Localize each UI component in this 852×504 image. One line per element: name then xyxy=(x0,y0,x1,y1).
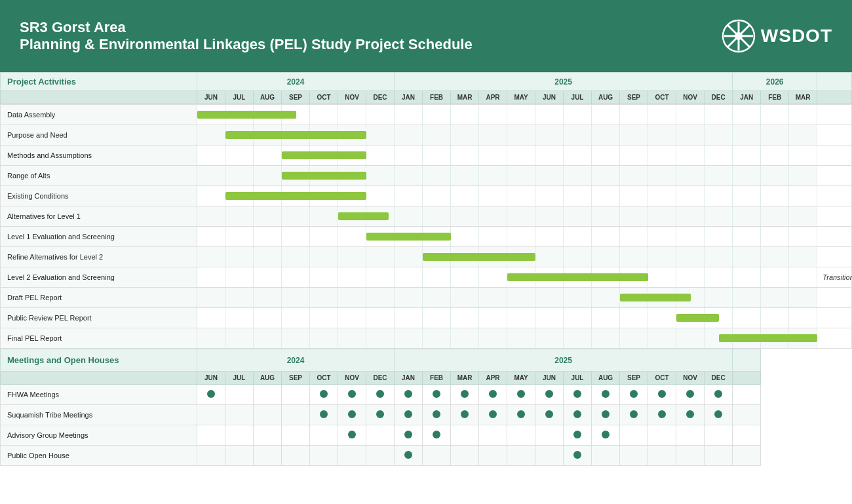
activity-row: Refine Alternatives for Level 2 xyxy=(1,247,852,267)
month-header: JUL xyxy=(564,91,592,104)
activity-label: Level 1 Evaluation and Screening xyxy=(1,227,197,247)
gantt-bar-cell xyxy=(197,206,817,227)
meeting-cell xyxy=(451,446,479,466)
meeting-dot xyxy=(320,410,328,418)
gantt-bar xyxy=(719,334,818,342)
extra-cell xyxy=(817,206,852,227)
gantt-bar xyxy=(338,212,389,220)
month-header: NOV xyxy=(338,91,366,104)
meeting-label: FHWA Meetings xyxy=(1,385,197,405)
gantt-bar xyxy=(225,192,366,200)
svg-point-5 xyxy=(735,32,743,40)
meeting-dot xyxy=(545,390,553,398)
extra-cell xyxy=(817,145,852,166)
meeting-cell xyxy=(592,385,620,405)
meeting-cell xyxy=(423,425,451,446)
meeting-cell xyxy=(535,385,564,405)
meeting-cell xyxy=(676,446,705,466)
gantt-bar xyxy=(282,172,366,180)
meeting-cell xyxy=(423,405,451,425)
meeting-cell xyxy=(282,405,310,425)
meeting-row: Public Open House xyxy=(1,446,852,466)
meeting-dot xyxy=(433,390,440,398)
month-header: JAN xyxy=(733,91,761,104)
meeting-cell xyxy=(705,405,733,425)
meeting-dot xyxy=(517,410,525,418)
meetings-section-header: Meetings and Open Houses xyxy=(1,349,197,372)
meeting-cell xyxy=(479,425,507,446)
meeting-cell xyxy=(282,385,310,405)
meeting-cell xyxy=(592,405,620,425)
meeting-dot xyxy=(376,410,384,418)
month-header: FEB xyxy=(761,91,789,104)
meeting-cell xyxy=(564,446,592,466)
meeting-cell xyxy=(395,385,423,405)
gantt-bar-cell xyxy=(197,267,817,288)
meetings-month-header: NOV xyxy=(338,372,366,385)
meeting-cell xyxy=(338,405,366,425)
meeting-cell xyxy=(282,425,310,446)
extra-cell xyxy=(817,105,852,125)
meeting-extra-cell xyxy=(733,385,761,405)
month-header: JUN xyxy=(535,91,564,104)
extra-cell xyxy=(817,308,852,328)
month-header: DEC xyxy=(705,91,733,104)
meeting-dot xyxy=(461,390,469,398)
meeting-dot xyxy=(602,410,610,418)
meeting-cell xyxy=(338,385,366,405)
title-line1: SR3 Gorst Area xyxy=(20,19,473,36)
meeting-dot xyxy=(348,410,356,418)
activity-row: Draft PEL Report xyxy=(1,288,852,308)
meeting-dot xyxy=(489,410,497,418)
meetings-month-header: JUL xyxy=(564,372,592,385)
year-2025-header: 2025 xyxy=(395,73,733,91)
month-header: MAR xyxy=(789,91,817,104)
meeting-cell xyxy=(197,446,225,466)
month-header: JUL xyxy=(225,91,254,104)
meeting-cell xyxy=(423,385,451,405)
meeting-row: FHWA Meetings xyxy=(1,385,852,405)
activity-label: Final PEL Report xyxy=(1,328,197,349)
activity-label: Refine Alternatives for Level 2 xyxy=(1,247,197,267)
meeting-cell xyxy=(535,446,564,466)
meeting-cell xyxy=(507,425,535,446)
meeting-dot xyxy=(404,451,412,459)
meeting-cell xyxy=(395,425,423,446)
activity-label: Data Assembly xyxy=(1,105,197,125)
title-line2: Planning & Environmental Linkages (PEL) … xyxy=(20,36,473,53)
month-header: APR xyxy=(479,91,507,104)
meeting-cell xyxy=(310,425,338,446)
meeting-cell xyxy=(366,446,395,466)
activity-row: Level 2 Evaluation and ScreeningTransiti… xyxy=(1,267,852,288)
activity-label: Range of Alts xyxy=(1,166,197,186)
meeting-dot xyxy=(573,390,581,398)
meeting-dot xyxy=(404,410,412,418)
gantt-bar-cell xyxy=(197,328,817,349)
month-header: AUG xyxy=(592,91,620,104)
meeting-cell xyxy=(535,425,564,446)
meeting-cell xyxy=(648,385,676,405)
extra-cell xyxy=(817,328,852,349)
activity-row: Data Assembly xyxy=(1,105,852,125)
meetings-month-header: DEC xyxy=(705,372,733,385)
gantt-bar xyxy=(423,253,535,261)
wsdot-label: WSDOT xyxy=(761,26,832,47)
year-2026-header: 2026 xyxy=(733,73,817,91)
meeting-cell xyxy=(451,425,479,446)
meetings-month-header: OCT xyxy=(310,372,338,385)
meeting-label: Public Open House xyxy=(1,446,197,466)
gantt-bar-cell xyxy=(197,186,817,206)
meeting-dot xyxy=(686,390,694,398)
meeting-cell xyxy=(535,405,564,425)
meetings-month-header: NOV xyxy=(676,372,705,385)
meeting-dot xyxy=(404,431,412,438)
meeting-dot xyxy=(545,410,553,418)
meetings-month-header: SEP xyxy=(282,372,310,385)
meeting-cell xyxy=(648,425,676,446)
month-header: AUG xyxy=(254,91,282,104)
meeting-dot xyxy=(630,390,638,398)
gantt-bar-cell xyxy=(197,145,817,166)
meeting-cell xyxy=(338,446,366,466)
meeting-cell xyxy=(507,385,535,405)
meeting-dot xyxy=(658,390,666,398)
